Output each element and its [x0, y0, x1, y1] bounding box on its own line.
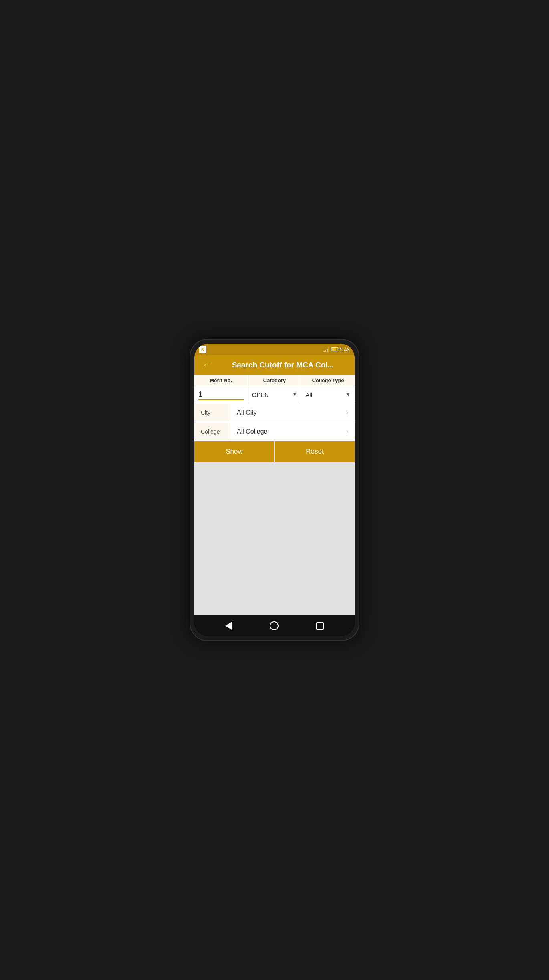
city-value-wrapper[interactable]: All City ›: [230, 403, 355, 422]
phone-frame: N ⚡ 5:43 ← Search Cutoff for MCA Col...: [190, 340, 359, 640]
nav-back-button[interactable]: [222, 618, 236, 633]
filter-row-1: Merit No. Category OPEN ▼: [194, 375, 355, 403]
city-value: All City: [237, 409, 257, 416]
city-chevron-icon: ›: [346, 409, 348, 416]
form-area: Merit No. Category OPEN ▼: [194, 375, 355, 462]
nav-home-icon: [270, 621, 279, 630]
button-row: Show Reset: [194, 441, 355, 462]
battery-icon: ⚡: [331, 347, 338, 351]
nav-back-icon: [225, 621, 232, 630]
app-header: ← Search Cutoff for MCA Col...: [194, 355, 355, 375]
battery-bolt-icon: ⚡: [332, 348, 335, 351]
nav-recent-icon: [316, 622, 324, 630]
category-label: Category: [248, 375, 301, 386]
college-label: College: [194, 423, 230, 440]
merit-no-label: Merit No.: [194, 375, 248, 386]
college-type-label: College Type: [301, 375, 355, 386]
page-title: Search Cutoff for MCA Col...: [218, 361, 348, 369]
college-type-select-wrapper[interactable]: All ▼: [305, 391, 351, 398]
phone-screen: N ⚡ 5:43 ← Search Cutoff for MCA Col...: [194, 344, 355, 636]
back-button[interactable]: ←: [201, 359, 213, 371]
status-time: 5:43: [340, 347, 350, 353]
reset-button[interactable]: Reset: [275, 441, 355, 462]
nav-recent-button[interactable]: [313, 619, 327, 633]
category-input-wrap[interactable]: OPEN ▼: [248, 386, 301, 403]
signal-icon: [323, 347, 329, 352]
college-row[interactable]: College All College ›: [194, 422, 355, 441]
city-label: City: [194, 404, 230, 421]
category-cell: Category OPEN ▼: [248, 375, 302, 403]
nav-home-button[interactable]: [266, 618, 282, 633]
category-value: OPEN: [252, 391, 269, 398]
merit-no-input[interactable]: [198, 389, 244, 400]
navigation-bar: [194, 615, 355, 636]
college-type-value: All: [305, 391, 312, 398]
college-value-wrapper[interactable]: All College ›: [230, 422, 355, 441]
category-select-wrapper[interactable]: OPEN ▼: [252, 391, 297, 398]
status-bar: N ⚡ 5:43: [194, 344, 355, 355]
category-dropdown-icon: ▼: [292, 392, 297, 397]
college-type-dropdown-icon: ▼: [346, 392, 351, 397]
college-type-input-wrap[interactable]: All ▼: [301, 386, 355, 403]
app-content: Merit No. Category OPEN ▼: [194, 375, 355, 615]
empty-content-area: [194, 462, 355, 615]
merit-no-input-wrap: [194, 386, 248, 403]
show-button[interactable]: Show: [194, 441, 275, 462]
college-chevron-icon: ›: [346, 428, 348, 435]
battery-fill: ⚡: [331, 348, 336, 351]
app-logo: N: [199, 346, 206, 353]
status-bar-left: N: [199, 346, 206, 353]
merit-no-cell: Merit No.: [194, 375, 248, 403]
status-bar-right: ⚡ 5:43: [323, 347, 350, 353]
city-row[interactable]: City All City ›: [194, 403, 355, 422]
college-type-cell: College Type All ▼: [301, 375, 355, 403]
college-value: All College: [237, 428, 267, 435]
